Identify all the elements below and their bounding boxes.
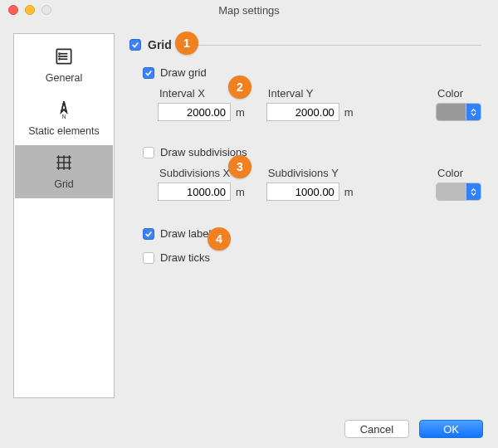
- subdiv-y-input[interactable]: [266, 183, 339, 201]
- unit-label: m: [236, 106, 245, 119]
- draw-ticks-label: Draw ticks: [160, 251, 210, 264]
- interval-y-label: Interval Y: [268, 87, 354, 100]
- svg-point-5: [59, 56, 60, 56]
- draw-subdivisions-checkbox[interactable]: [143, 147, 154, 158]
- sidebar-item-label: Static elements: [28, 125, 99, 137]
- sidebar: General N Static elements Grid: [13, 33, 115, 398]
- unit-label: m: [236, 186, 245, 198]
- color-swatch-icon: [437, 183, 466, 200]
- ok-button[interactable]: OK: [419, 420, 483, 438]
- grid-checkbox[interactable]: [129, 39, 141, 51]
- chevron-updown-icon: [466, 183, 481, 200]
- close-icon[interactable]: [8, 5, 18, 15]
- interval-x-input[interactable]: [158, 103, 231, 121]
- minimize-icon[interactable]: [25, 5, 35, 15]
- callout-badge: 4: [208, 227, 231, 251]
- unit-label: m: [344, 106, 354, 119]
- color-label: Color: [437, 167, 481, 179]
- draw-ticks-checkbox[interactable]: [143, 252, 154, 264]
- draw-grid-label: Draw grid: [160, 66, 207, 79]
- draw-grid-checkbox[interactable]: [143, 67, 154, 79]
- grid-color-picker[interactable]: [436, 103, 481, 121]
- svg-text:N: N: [62, 114, 66, 119]
- sidebar-item-label: Grid: [54, 178, 74, 190]
- sidebar-item-static-elements[interactable]: N Static elements: [15, 92, 113, 145]
- callout-badge: 1: [175, 32, 198, 55]
- chevron-updown-icon: [466, 104, 481, 120]
- list-icon: [53, 46, 75, 67]
- callout-badge: 3: [228, 155, 251, 178]
- sidebar-item-grid[interactable]: Grid: [15, 145, 113, 198]
- titlebar: Map settings: [0, 0, 498, 20]
- color-swatch-icon: [437, 104, 466, 120]
- svg-point-4: [59, 53, 60, 54]
- subdiv-y-label: Subdivisions Y: [268, 167, 354, 179]
- grid-icon: [53, 152, 75, 173]
- svg-point-6: [59, 59, 60, 60]
- subdiv-x-input[interactable]: [158, 183, 231, 201]
- subdiv-color-picker[interactable]: [436, 183, 481, 201]
- unit-label: m: [344, 186, 354, 198]
- window-title: Map settings: [0, 4, 498, 17]
- interval-y-input[interactable]: [266, 103, 339, 121]
- sidebar-item-general[interactable]: General: [15, 39, 113, 92]
- draw-labels-checkbox[interactable]: [143, 228, 154, 240]
- main-panel: Grid Draw grid Interval X m: [115, 20, 498, 398]
- zoom-icon: [42, 5, 51, 15]
- separator: [185, 45, 481, 46]
- section-title: Grid: [148, 38, 172, 51]
- traffic-lights: [8, 5, 51, 15]
- sidebar-item-label: General: [46, 72, 82, 84]
- footer: Cancel OK: [344, 420, 483, 438]
- compass-icon: N: [53, 99, 75, 120]
- cancel-button[interactable]: Cancel: [344, 420, 409, 438]
- color-label: Color: [437, 87, 481, 100]
- callout-badge: 2: [228, 75, 251, 99]
